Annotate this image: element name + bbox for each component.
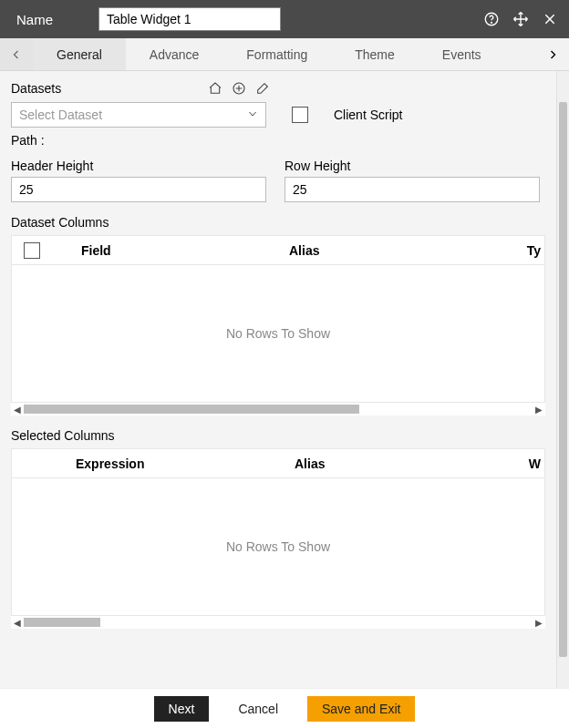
datasets-label: Datasets xyxy=(11,81,61,96)
client-script-label: Client Script xyxy=(334,108,402,122)
tab-general[interactable]: General xyxy=(33,38,126,70)
header-height-label: Header Height xyxy=(11,159,266,173)
svg-point-1 xyxy=(491,22,492,23)
footer-actions: Next Cancel Save and Exit xyxy=(0,688,569,728)
dataset-columns-header-field: Field xyxy=(52,243,253,258)
selected-columns-grid: Expression Alias W No Rows To Show xyxy=(11,448,545,616)
tab-advance[interactable]: Advance xyxy=(126,38,222,70)
hscroll-right-icon[interactable]: ▶ xyxy=(533,618,545,628)
tab-theme[interactable]: Theme xyxy=(331,38,419,70)
help-icon[interactable] xyxy=(481,9,502,29)
dataset-columns-header-alias: Alias xyxy=(253,243,471,258)
selected-columns-header-expression: Expression xyxy=(12,456,249,471)
dataset-columns-title: Dataset Columns xyxy=(11,215,545,230)
selected-columns-empty: No Rows To Show xyxy=(12,478,544,615)
tab-scroll-right[interactable] xyxy=(536,38,569,70)
dataset-columns-grid: Field Alias Ty No Rows To Show xyxy=(11,235,545,403)
dataset-select[interactable]: Select Dataset xyxy=(11,102,266,128)
selected-columns-title: Selected Columns xyxy=(11,428,545,443)
path-label: Path : xyxy=(11,133,545,148)
client-script-checkbox[interactable] xyxy=(292,107,308,123)
move-icon[interactable] xyxy=(511,9,531,29)
row-height-label: Row Height xyxy=(284,159,540,173)
home-icon[interactable] xyxy=(207,80,223,97)
widget-name-input[interactable] xyxy=(98,7,281,31)
dataset-columns-empty: No Rows To Show xyxy=(12,265,544,402)
save-and-exit-button[interactable]: Save and Exit xyxy=(307,696,415,722)
hscroll-left-icon[interactable]: ◀ xyxy=(11,405,24,415)
edit-icon[interactable] xyxy=(254,80,271,97)
header-height-input[interactable] xyxy=(11,177,266,202)
tab-formatting[interactable]: Formatting xyxy=(222,38,331,70)
selected-columns-hscroll[interactable]: ◀ ▶ xyxy=(11,616,545,629)
dataset-columns-select-all-checkbox[interactable] xyxy=(24,242,40,259)
chevron-down-icon xyxy=(247,108,258,122)
name-label: Name xyxy=(16,12,53,27)
selected-columns-header-alias: Alias xyxy=(249,456,468,471)
add-icon[interactable] xyxy=(231,80,247,97)
next-button[interactable]: Next xyxy=(154,696,210,722)
hscroll-left-icon[interactable]: ◀ xyxy=(11,618,24,628)
dataset-columns-header-type: Ty xyxy=(471,243,544,258)
tab-events[interactable]: Events xyxy=(419,38,505,70)
vertical-scrollbar[interactable] xyxy=(556,71,569,688)
selected-columns-header-w: W xyxy=(468,456,544,471)
tabs-bar: General Advance Formatting Theme Events xyxy=(0,38,569,71)
titlebar: Name xyxy=(0,0,569,38)
cancel-button[interactable]: Cancel xyxy=(223,696,293,722)
panel-content: Datasets Select Dataset xyxy=(0,71,556,688)
dataset-columns-hscroll[interactable]: ◀ ▶ xyxy=(11,403,545,415)
dataset-select-placeholder: Select Dataset xyxy=(19,108,102,122)
row-height-input[interactable] xyxy=(284,177,540,202)
hscroll-right-icon[interactable]: ▶ xyxy=(533,405,545,415)
close-icon[interactable] xyxy=(540,9,560,29)
tab-scroll-left[interactable] xyxy=(0,38,33,70)
